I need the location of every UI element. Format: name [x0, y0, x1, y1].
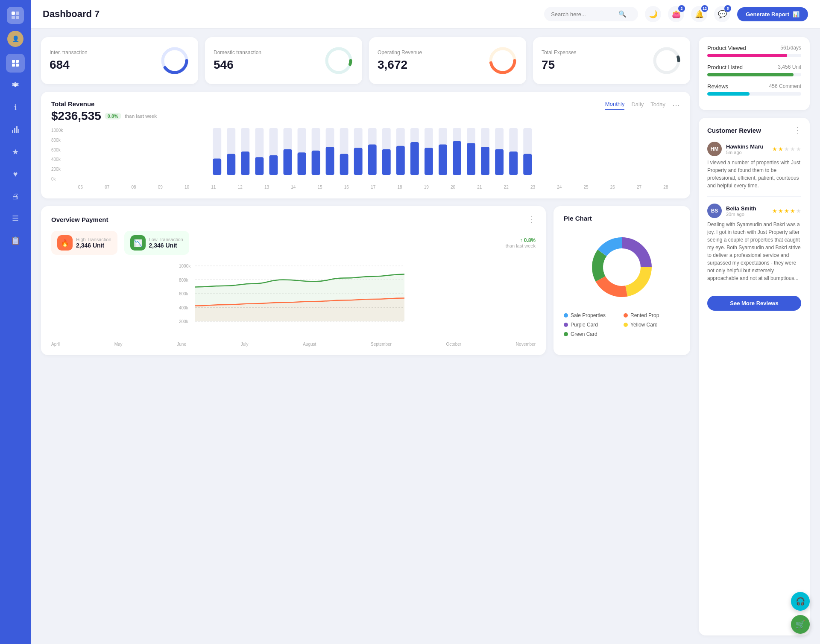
- svg-point-14: [655, 49, 679, 73]
- reviews-card: Customer Review ⋮ HM Hawkins Maru 5m ago…: [699, 118, 810, 635]
- svg-rect-33: [326, 147, 334, 175]
- reviews-more-btn[interactable]: ⋮: [794, 125, 801, 135]
- svg-rect-49: [439, 145, 447, 175]
- tab-today[interactable]: Today: [650, 101, 665, 109]
- page-title: Dashboard 7: [43, 9, 537, 20]
- svg-rect-61: [524, 154, 532, 175]
- sidebar-logo: [7, 7, 24, 24]
- sidebar-item-analytics[interactable]: [6, 120, 25, 139]
- line-chart-x-labels: AprilMayJuneJulyAugustSeptemberOctoberNo…: [51, 342, 536, 347]
- high-tx-label: High Transaction: [76, 237, 111, 242]
- bell-badge: 12: [701, 5, 708, 12]
- revenue-amount: $236,535 0.8% than last week: [51, 109, 157, 123]
- wallet-btn[interactable]: 👛 2: [668, 6, 684, 22]
- float-buttons: 🎧 🛒: [791, 592, 810, 634]
- overview-title: Overview Payment: [51, 216, 108, 223]
- low-tx-pct-label: than last week: [506, 243, 536, 248]
- support-float-btn[interactable]: 🎧: [791, 592, 810, 611]
- pie-legend: Sale PropertiesRented PropPurple CardYel…: [564, 312, 680, 337]
- legend-item: Purple Card: [564, 322, 620, 328]
- sidebar: 👤 ℹ ★ ♥ 🖨 ☰ 📋: [0, 0, 31, 644]
- search-icon: 🔍: [618, 10, 627, 18]
- svg-rect-41: [382, 149, 391, 175]
- svg-text:800k: 800k: [179, 278, 189, 283]
- main-area: Dashboard 7 🔍 🌙 👛 2 🔔 12 💬 5 Generate Re…: [31, 0, 820, 644]
- tab-daily[interactable]: Daily: [631, 101, 644, 109]
- review-item: BS Bella Smith 20m ago ★★★★★ Dealing wit…: [707, 204, 801, 289]
- stat-cards: Inter. transaction 684 Domestic transact…: [41, 37, 690, 84]
- metric-row: Product Listed 3,456 Unit: [707, 64, 801, 76]
- high-tx-badge: 🔥 High Transaction 2,346 Unit: [51, 231, 117, 255]
- revenue-pct: 0.8%: [105, 113, 121, 119]
- bar-chart: 0607080910111213141516171819202122232425…: [66, 128, 680, 190]
- sidebar-item-heart[interactable]: ♥: [6, 165, 25, 184]
- stat-card: Inter. transaction 684: [41, 37, 198, 84]
- content-right: Product Viewed 561/days Product Listed 3…: [699, 37, 810, 635]
- svg-rect-35: [340, 154, 348, 175]
- review-item: HM Hawkins Maru 5m ago ★★★★★ I viewed a …: [707, 142, 801, 197]
- search-input[interactable]: [551, 11, 615, 17]
- svg-rect-31: [312, 151, 320, 175]
- svg-rect-55: [481, 147, 489, 175]
- revenue-card: Total Revenue $236,535 0.8% than last we…: [41, 92, 690, 198]
- wallet-badge: 2: [678, 5, 685, 12]
- svg-rect-57: [495, 149, 504, 175]
- overview-card: Overview Payment ⋮ 🔥 High Transaction 2,…: [41, 206, 546, 355]
- svg-rect-21: [241, 152, 250, 175]
- legend-item: Rented Prop: [624, 312, 680, 318]
- low-tx-icon: 📉: [130, 235, 146, 251]
- high-tx-val: 2,346 Unit: [76, 242, 111, 249]
- svg-rect-17: [213, 159, 222, 175]
- legend-item: Green Card: [564, 331, 620, 337]
- svg-rect-53: [467, 143, 475, 175]
- sidebar-item-menu[interactable]: ☰: [6, 209, 25, 228]
- content-left: Inter. transaction 684 Domestic transact…: [41, 37, 690, 635]
- pie-card: Pie Chart Sale PropertiesRented PropPurp…: [554, 206, 690, 355]
- svg-rect-43: [396, 146, 405, 175]
- overview-more-btn[interactable]: ⋮: [528, 215, 536, 224]
- see-more-reviews-btn[interactable]: See More Reviews: [707, 296, 801, 311]
- reviews-list: HM Hawkins Maru 5m ago ★★★★★ I viewed a …: [707, 142, 801, 289]
- chat-btn[interactable]: 💬 5: [714, 6, 730, 22]
- stat-card: Domestic transaction 546: [205, 37, 362, 84]
- sidebar-item-dashboard[interactable]: [6, 54, 25, 73]
- pie-chart-svg: [583, 229, 660, 306]
- svg-rect-59: [509, 152, 518, 175]
- svg-rect-47: [425, 148, 433, 175]
- metric-row: Reviews 456 Comment: [707, 83, 801, 96]
- sidebar-item-info[interactable]: ℹ: [6, 98, 25, 117]
- header: Dashboard 7 🔍 🌙 👛 2 🔔 12 💬 5 Generate Re…: [31, 0, 820, 29]
- pie-title: Pie Chart: [564, 215, 680, 222]
- bell-btn[interactable]: 🔔 12: [691, 6, 707, 22]
- sidebar-item-document[interactable]: 📋: [6, 231, 25, 250]
- svg-rect-27: [284, 149, 292, 175]
- low-tx-pct: ↑ 0.8%: [506, 237, 536, 243]
- revenue-pct-label: than last week: [125, 114, 157, 119]
- svg-rect-7: [16, 64, 19, 67]
- svg-rect-37: [354, 148, 363, 175]
- legend-item: Yellow Card: [624, 322, 680, 328]
- tab-monthly[interactable]: Monthly: [605, 101, 625, 110]
- generate-report-btn[interactable]: Generate Report 📊: [737, 7, 808, 21]
- svg-rect-1: [16, 12, 19, 15]
- svg-rect-19: [227, 154, 236, 175]
- theme-toggle-btn[interactable]: 🌙: [645, 6, 661, 22]
- svg-text:600k: 600k: [179, 291, 189, 296]
- sidebar-item-print[interactable]: 🖨: [6, 187, 25, 206]
- stat-card: Operating Revenue 3,672: [369, 37, 526, 84]
- svg-rect-2: [12, 16, 15, 19]
- revenue-more-btn[interactable]: ⋯: [672, 100, 680, 110]
- svg-rect-0: [12, 12, 15, 15]
- low-tx-label: Low Transaction: [149, 237, 183, 242]
- sidebar-item-settings[interactable]: [6, 76, 25, 95]
- user-avatar[interactable]: 👤: [7, 31, 23, 47]
- line-chart: 1000k800k600k400k200k: [51, 262, 536, 338]
- low-tx-val: 2,346 Unit: [149, 242, 183, 249]
- svg-point-10: [327, 49, 351, 73]
- sidebar-item-star[interactable]: ★: [6, 143, 25, 161]
- cart-float-btn[interactable]: 🛒: [791, 615, 810, 634]
- svg-rect-45: [410, 142, 419, 175]
- revenue-tabs: Monthly Daily Today ⋯: [605, 100, 680, 110]
- revenue-title: Total Revenue: [51, 100, 157, 108]
- svg-text:200k: 200k: [179, 319, 189, 324]
